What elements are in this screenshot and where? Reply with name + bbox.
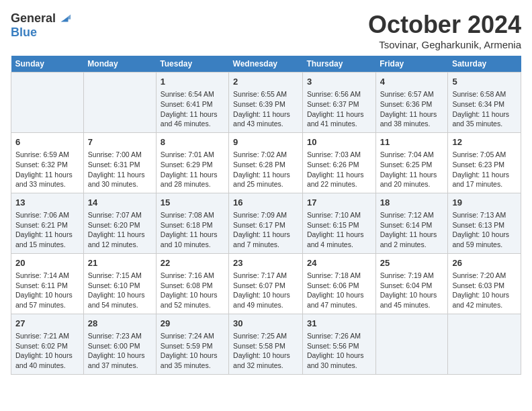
day-number: 21 bbox=[88, 257, 152, 269]
cell-content-line: Sunrise: 7:09 AM bbox=[233, 210, 298, 220]
calendar-cell: 3Sunrise: 6:56 AMSunset: 6:37 PMDaylight… bbox=[302, 73, 375, 133]
day-number: 19 bbox=[452, 197, 517, 209]
cell-content-line: Daylight: 10 hours and 49 minutes. bbox=[233, 290, 298, 310]
calendar-cell: 13Sunrise: 7:06 AMSunset: 6:21 PMDayligh… bbox=[11, 193, 84, 253]
calendar-cell: 15Sunrise: 7:08 AMSunset: 6:18 PMDayligh… bbox=[156, 193, 228, 253]
calendar-cell: 22Sunrise: 7:16 AMSunset: 6:08 PMDayligh… bbox=[156, 253, 228, 314]
cell-content-line: Sunset: 6:18 PM bbox=[161, 220, 224, 230]
cell-content-line: Sunrise: 7:06 AM bbox=[15, 210, 79, 220]
cell-content-line: Sunset: 6:06 PM bbox=[307, 281, 371, 291]
cell-content-line: Daylight: 11 hours and 17 minutes. bbox=[452, 170, 517, 189]
title-section: October 2024 Tsovinar, Gegharkunik, Arme… bbox=[368, 11, 521, 50]
logo-icon bbox=[57, 11, 72, 26]
cell-content-line: Daylight: 11 hours and 12 minutes. bbox=[88, 230, 152, 249]
cell-content-line: Daylight: 11 hours and 41 minutes. bbox=[307, 109, 371, 129]
cell-content-line: Daylight: 10 hours and 57 minutes. bbox=[15, 290, 79, 310]
day-number: 26 bbox=[452, 257, 517, 269]
cell-content-line: Sunset: 6:34 PM bbox=[452, 99, 517, 109]
cell-content-line: Daylight: 11 hours and 10 minutes. bbox=[161, 230, 224, 249]
day-number: 20 bbox=[15, 257, 79, 269]
day-number: 4 bbox=[380, 76, 444, 88]
day-number: 6 bbox=[15, 136, 79, 148]
calendar-cell: 8Sunrise: 7:01 AMSunset: 6:29 PMDaylight… bbox=[156, 132, 228, 193]
calendar-cell: 24Sunrise: 7:18 AMSunset: 6:06 PMDayligh… bbox=[302, 253, 375, 314]
cell-content-line: Sunset: 5:56 PM bbox=[307, 341, 371, 351]
cell-content-line: Daylight: 11 hours and 30 minutes. bbox=[88, 170, 152, 189]
cell-content-line: Daylight: 11 hours and 15 minutes. bbox=[15, 230, 79, 249]
day-number: 22 bbox=[161, 257, 224, 269]
cell-content-line: Sunset: 6:28 PM bbox=[233, 160, 298, 170]
calendar-week-row: 6Sunrise: 6:59 AMSunset: 6:32 PMDaylight… bbox=[11, 132, 521, 193]
calendar-cell: 17Sunrise: 7:10 AMSunset: 6:15 PMDayligh… bbox=[302, 193, 375, 253]
logo-blue-text: Blue bbox=[11, 26, 37, 40]
cell-content-line: Daylight: 11 hours and 38 minutes. bbox=[380, 109, 444, 129]
cell-content-line: Sunset: 6:08 PM bbox=[161, 281, 224, 291]
cell-content-line: Sunrise: 7:03 AM bbox=[307, 150, 371, 160]
cell-content-line: Sunset: 6:21 PM bbox=[15, 220, 79, 230]
cell-content-line: Sunrise: 7:26 AM bbox=[307, 331, 371, 341]
cell-content-line: Sunset: 6:36 PM bbox=[380, 99, 444, 109]
cell-content-line: Sunrise: 7:02 AM bbox=[233, 150, 298, 160]
calendar-cell: 11Sunrise: 7:04 AMSunset: 6:25 PMDayligh… bbox=[375, 132, 448, 193]
calendar-header-row: SundayMondayTuesdayWednesdayThursdayFrid… bbox=[11, 56, 521, 73]
calendar-cell: 9Sunrise: 7:02 AMSunset: 6:28 PMDaylight… bbox=[229, 132, 303, 193]
cell-content-line: Sunset: 6:11 PM bbox=[15, 281, 79, 291]
cell-content-line: Sunrise: 7:16 AM bbox=[161, 271, 224, 281]
day-number: 29 bbox=[161, 318, 224, 330]
cell-content-line: Sunset: 5:59 PM bbox=[161, 341, 224, 351]
day-number: 12 bbox=[452, 136, 517, 148]
calendar-cell bbox=[375, 314, 448, 374]
cell-content-line: Daylight: 11 hours and 7 minutes. bbox=[233, 230, 298, 249]
cell-content-line: Sunrise: 7:07 AM bbox=[88, 210, 152, 220]
cell-content-line: Sunset: 6:00 PM bbox=[88, 341, 152, 351]
calendar-cell: 4Sunrise: 6:57 AMSunset: 6:36 PMDaylight… bbox=[375, 73, 448, 133]
cell-content-line: Sunrise: 7:10 AM bbox=[307, 210, 371, 220]
cell-content-line: Daylight: 11 hours and 35 minutes. bbox=[452, 109, 517, 129]
day-number: 17 bbox=[307, 197, 371, 209]
cell-content-line: Daylight: 10 hours and 32 minutes. bbox=[233, 351, 298, 370]
day-number: 28 bbox=[88, 318, 152, 330]
cell-content-line: Sunset: 6:26 PM bbox=[307, 160, 371, 170]
calendar-cell: 26Sunrise: 7:20 AMSunset: 6:03 PMDayligh… bbox=[448, 253, 521, 314]
day-number: 11 bbox=[380, 136, 444, 148]
cell-content-line: Daylight: 11 hours and 20 minutes. bbox=[380, 170, 444, 189]
calendar-week-row: 20Sunrise: 7:14 AMSunset: 6:11 PMDayligh… bbox=[11, 253, 521, 314]
calendar-cell: 18Sunrise: 7:12 AMSunset: 6:14 PMDayligh… bbox=[375, 193, 448, 253]
cell-content-line: Sunset: 6:23 PM bbox=[452, 160, 517, 170]
calendar-day-header: Sunday bbox=[11, 56, 84, 73]
day-number: 5 bbox=[452, 76, 517, 88]
cell-content-line: Sunset: 6:13 PM bbox=[452, 220, 517, 230]
calendar-day-header: Saturday bbox=[448, 56, 521, 73]
calendar-day-header: Tuesday bbox=[156, 56, 228, 73]
calendar-cell: 29Sunrise: 7:24 AMSunset: 5:59 PMDayligh… bbox=[156, 314, 228, 374]
day-number: 18 bbox=[380, 197, 444, 209]
cell-content-line: Sunrise: 7:13 AM bbox=[452, 210, 517, 220]
cell-content-line: Sunset: 6:07 PM bbox=[233, 281, 298, 291]
cell-content-line: Sunset: 6:02 PM bbox=[15, 341, 79, 351]
cell-content-line: Daylight: 10 hours and 37 minutes. bbox=[88, 351, 152, 370]
calendar-week-row: 27Sunrise: 7:21 AMSunset: 6:02 PMDayligh… bbox=[11, 314, 521, 374]
day-number: 8 bbox=[161, 136, 224, 148]
cell-content-line: Sunrise: 6:56 AM bbox=[307, 89, 371, 99]
cell-content-line: Sunset: 5:58 PM bbox=[233, 341, 298, 351]
cell-content-line: Sunset: 6:31 PM bbox=[88, 160, 152, 170]
cell-content-line: Sunset: 6:37 PM bbox=[307, 99, 371, 109]
cell-content-line: Sunrise: 6:58 AM bbox=[452, 89, 517, 99]
cell-content-line: Sunrise: 7:21 AM bbox=[15, 331, 79, 341]
cell-content-line: Daylight: 11 hours and 46 minutes. bbox=[161, 109, 224, 129]
calendar-cell: 5Sunrise: 6:58 AMSunset: 6:34 PMDaylight… bbox=[448, 73, 521, 133]
calendar-cell: 20Sunrise: 7:14 AMSunset: 6:11 PMDayligh… bbox=[11, 253, 84, 314]
calendar-cell: 10Sunrise: 7:03 AMSunset: 6:26 PMDayligh… bbox=[302, 132, 375, 193]
cell-content-line: Sunrise: 7:25 AM bbox=[233, 331, 298, 341]
logo-general-text: General bbox=[11, 11, 56, 26]
cell-content-line: Sunset: 6:04 PM bbox=[380, 281, 444, 291]
calendar-cell bbox=[11, 73, 84, 133]
cell-content-line: Sunset: 6:15 PM bbox=[307, 220, 371, 230]
calendar-day-header: Friday bbox=[375, 56, 448, 73]
cell-content-line: Daylight: 10 hours and 54 minutes. bbox=[88, 290, 152, 310]
calendar-cell bbox=[448, 314, 521, 374]
cell-content-line: Daylight: 11 hours and 33 minutes. bbox=[15, 170, 79, 189]
cell-content-line: Daylight: 11 hours and 28 minutes. bbox=[161, 170, 224, 189]
calendar-cell: 16Sunrise: 7:09 AMSunset: 6:17 PMDayligh… bbox=[229, 193, 303, 253]
cell-content-line: Daylight: 11 hours and 25 minutes. bbox=[233, 170, 298, 189]
